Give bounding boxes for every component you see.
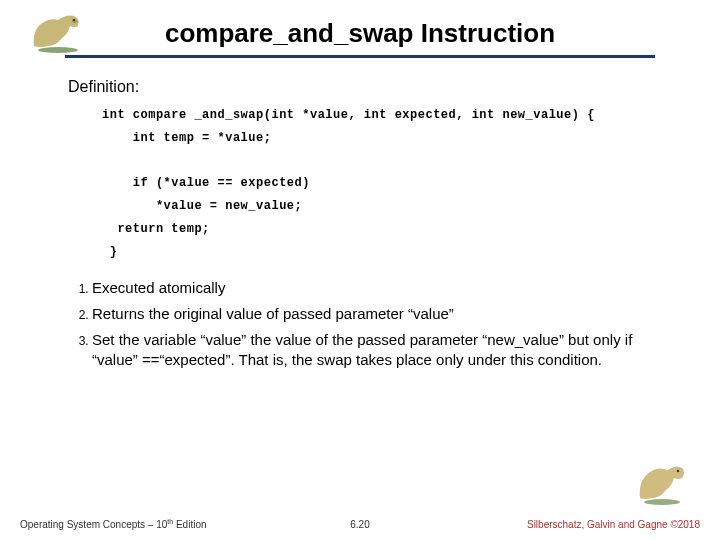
book-title-prefix: Operating System Concepts – 10: [20, 519, 167, 530]
footer-credit: Silberschatz, Galvin and Gagne ©2018: [527, 519, 700, 530]
svg-point-0: [38, 47, 78, 53]
dinosaur-icon: [634, 456, 690, 506]
slide-footer: Operating System Concepts – 10th Edition…: [0, 506, 720, 540]
list-item: Returns the original value of passed par…: [92, 304, 670, 324]
footer-left: Operating System Concepts – 10th Edition: [20, 518, 207, 530]
definition-label: Definition:: [68, 78, 670, 96]
list-item: Set the variable “value” the value of th…: [92, 330, 670, 371]
bullet-list: Executed atomically Returns the original…: [68, 278, 670, 371]
code-line: int temp = *value;: [102, 131, 271, 145]
slide-content: Definition: int compare _and_swap(int *v…: [0, 58, 720, 371]
svg-point-1: [73, 19, 75, 21]
slide-number: 6.20: [350, 519, 369, 530]
code-block: int compare _and_swap(int *value, int ex…: [68, 104, 670, 264]
code-line: if (*value == expected): [102, 176, 310, 190]
code-line: *value = new_value;: [102, 199, 302, 213]
book-title-suffix: Edition: [173, 519, 206, 530]
list-item: Executed atomically: [92, 278, 670, 298]
code-line: }: [102, 245, 117, 259]
svg-point-3: [677, 470, 679, 472]
code-line: int compare _and_swap(int *value, int ex…: [102, 108, 595, 122]
svg-point-2: [644, 499, 680, 505]
code-line: return temp;: [102, 222, 210, 236]
dinosaur-icon: [26, 8, 90, 54]
slide-title: compare_and_swap Instruction: [165, 18, 555, 51]
